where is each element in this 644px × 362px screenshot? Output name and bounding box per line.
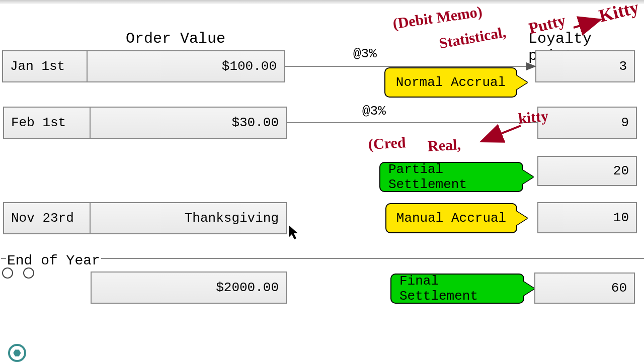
annotation-kitty-row2: kitty [517, 107, 549, 127]
date-text: Jan 1st [10, 59, 65, 74]
points-cell-row3: 10 [537, 202, 637, 233]
pill-normal-accrual: Normal Accrual [384, 67, 517, 98]
value-cell-row2: $30.00 [90, 107, 287, 139]
pill-label: Normal Accrual [396, 75, 506, 90]
points-cell-row2: 9 [537, 107, 637, 139]
pill-tail-icon [522, 170, 533, 184]
value-text: $30.00 [231, 115, 279, 130]
pill-manual-accrual: Manual Accrual [385, 203, 517, 233]
pill-tail-icon [516, 75, 527, 89]
pill-tail-icon [516, 211, 527, 225]
svg-line-3 [483, 126, 521, 141]
points-cell-final: 60 [534, 273, 635, 304]
points-cell-partial: 20 [537, 156, 637, 186]
value-text: $2000.00 [216, 280, 279, 295]
date-text: Nov 23rd [11, 211, 74, 226]
heading-order-value: Order Value [126, 30, 225, 47]
points-text: 9 [621, 115, 629, 130]
date-cell-row2: Feb 1st [3, 107, 91, 139]
annotation-cred: (Cred [368, 134, 406, 153]
pill-tail-icon [523, 282, 534, 296]
points-cell-row1: 3 [535, 50, 635, 82]
annotation-statistical: Statistical, [438, 24, 507, 52]
gear-icon[interactable]: ⬣ [8, 344, 26, 362]
points-text: 10 [613, 210, 629, 225]
radio-option-1[interactable] [2, 267, 13, 279]
rate-row1: @3% [353, 46, 377, 61]
value-cell-eoy: $2000.00 [91, 272, 287, 304]
radio-option-2[interactable] [23, 267, 34, 279]
date-text: Feb 1st [11, 115, 66, 130]
points-text: 3 [619, 59, 627, 74]
value-cell-row1: $100.00 [87, 50, 285, 82]
value-text: $100.00 [222, 59, 277, 74]
points-text: 20 [613, 163, 629, 178]
diagram-canvas: Order Value Loyalty points Jan 1st $100.… [0, 0, 644, 362]
value-cell-row3: Thanksgiving [90, 202, 287, 234]
value-text: Thanksgiving [185, 211, 279, 226]
points-text: 60 [611, 281, 627, 296]
pill-partial-settlement: Partial Settlement [379, 162, 523, 192]
pill-label: Manual Accrual [396, 211, 506, 226]
annotation-kitty-top: Kitty [597, 0, 641, 27]
annotation-real: Real, [427, 136, 461, 154]
date-cell-row1: Jan 1st [2, 50, 88, 82]
svg-line-2 [574, 20, 599, 28]
pill-label: Partial Settlement [388, 162, 514, 192]
pill-label: Final Settlement [399, 274, 515, 304]
end-of-year-label: End of Year [6, 253, 101, 268]
date-cell-row3: Nov 23rd [3, 202, 91, 234]
rate-row2: @3% [362, 104, 386, 119]
annotation-debit-memo: (Debit Memo) [392, 3, 484, 33]
pill-final-settlement: Final Settlement [390, 274, 524, 304]
